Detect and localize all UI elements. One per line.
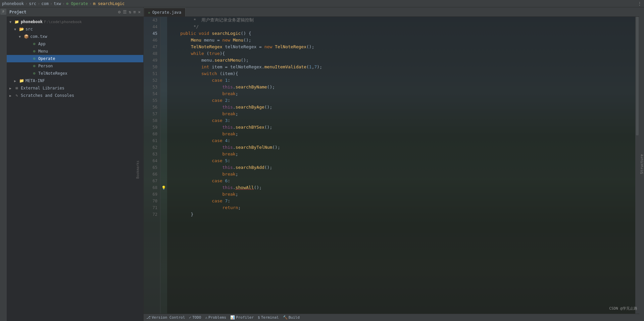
code-line-61: case 4:	[167, 137, 635, 144]
code-line-72: }	[167, 211, 635, 218]
arrow-phonebook: ▼	[9, 20, 14, 24]
breadcrumb-txw[interactable]: txw	[54, 1, 61, 6]
panel-toolbar: ⚙ ☰ ⇅ ≡ ✕	[118, 9, 141, 14]
gutter-46	[160, 37, 167, 44]
code-line-65: this.searchByAdd();	[167, 164, 635, 171]
breadcrumb-com[interactable]: com	[41, 1, 49, 6]
ln-71: 71	[144, 204, 160, 211]
settings-icon[interactable]: ⚙	[118, 9, 121, 14]
gutter-71	[160, 204, 167, 211]
vertical-tabs: P	[0, 7, 7, 321]
scroll-thumb	[636, 17, 639, 135]
list-icon[interactable]: ☰	[123, 9, 127, 14]
code-line-58: case 3:	[167, 117, 635, 124]
ln-58: 58	[144, 117, 160, 124]
project-panel: Project ⚙ ☰ ⇅ ≡ ✕ ▼ 📁 phonebook F:\code\…	[7, 7, 144, 321]
tree-item-com-txw[interactable]: ▼ 📦 com.txw	[7, 33, 143, 40]
code-line-60: break;	[167, 131, 635, 137]
tree-item-App[interactable]: ⊙ App	[7, 40, 143, 48]
breadcrumb-phonebook[interactable]: phonebook	[2, 1, 24, 6]
tree-item-phonebook[interactable]: ▼ 📁 phonebook F:\code\phonebook	[7, 18, 143, 25]
code-line-44: */	[167, 23, 635, 30]
gutter-43	[160, 17, 167, 23]
editor-gutter: 💡	[160, 17, 167, 314]
ln-53: 53	[144, 84, 160, 90]
code-content[interactable]: 43 44 45 46 47 48 49 50 51 52 53 54 55 5…	[144, 17, 639, 314]
breadcrumb-searchlogic[interactable]: m searchLogic	[93, 1, 125, 6]
status-problems[interactable]: ⚠ Problems	[205, 315, 226, 320]
structure-panel[interactable]: Structure	[639, 7, 644, 321]
lib-icon: ⊞	[14, 85, 19, 91]
ln-51: 51	[144, 70, 160, 77]
code-line-45: public void searchLogic() {	[167, 30, 635, 37]
tree-item-Menu[interactable]: ⊙ Menu	[7, 48, 143, 55]
ln-49: 49	[144, 57, 160, 64]
tab-label: Operate.java	[152, 10, 182, 15]
tree-item-ext-libs[interactable]: ▶ ⊞ External Libraries	[7, 84, 143, 92]
java-file-icon: ☕	[148, 10, 150, 14]
folder-icon-phonebook: 📁	[14, 19, 19, 24]
tree-item-META-INF[interactable]: ▶ 📁 META-INF	[7, 77, 143, 84]
gutter-50	[160, 64, 167, 70]
gutter-58	[160, 117, 167, 124]
vertical-tab-project[interactable]: P	[0, 9, 6, 15]
ln-70: 70	[144, 198, 160, 204]
ln-46: 46	[144, 37, 160, 44]
ln-61: 61	[144, 137, 160, 144]
class-icon-menu: ⊙	[32, 49, 37, 54]
todo-icon: ✓	[189, 315, 191, 320]
gutter-68-bulb[interactable]: 💡	[160, 184, 167, 191]
ln-56: 56	[144, 104, 160, 111]
close-icon[interactable]: ✕	[138, 9, 141, 14]
gutter-56	[160, 104, 167, 111]
csdn-watermark: CSDN @学无止路	[609, 306, 637, 311]
arrow-meta-inf: ▶	[14, 79, 19, 83]
ln-55: 55	[144, 97, 160, 104]
status-profiler[interactable]: 📊 Profiler	[230, 315, 254, 320]
gutter-72	[160, 211, 167, 218]
code-line-56: this.searchByAge();	[167, 104, 635, 111]
code-line-68: this.showAll();	[167, 184, 635, 191]
tree-item-Operate[interactable]: ⊙ Operate	[7, 55, 143, 62]
gutter-67	[160, 178, 167, 184]
gutter-69	[160, 191, 167, 198]
sort-icon[interactable]: ⇅	[129, 9, 132, 14]
code-line-49: menu.searchMenu();	[167, 57, 635, 64]
code-line-46: Menu menu = new Menu();	[167, 37, 635, 44]
code-text-area[interactable]: * 用户查询记录业务逻辑控制 */ public void searchLogi…	[167, 17, 635, 314]
status-bar: ⎇ Version Control ✓ TODO ⚠ Problems 📊 Pr…	[144, 314, 639, 321]
status-terminal[interactable]: $ Terminal	[258, 315, 279, 320]
status-version-control[interactable]: ⎇ Version Control	[146, 315, 185, 320]
top-bar-right: ⋮	[637, 1, 642, 6]
topbar-menu-icon[interactable]: ⋮	[637, 1, 642, 6]
gutter-61	[160, 137, 167, 144]
config-icon[interactable]: ≡	[133, 9, 136, 14]
gutter-52	[160, 77, 167, 84]
status-build[interactable]: 🔨 Build	[283, 315, 300, 320]
terminal-icon: $	[258, 315, 260, 320]
line-numbers: 43 44 45 46 47 48 49 50 51 52 53 54 55 5…	[144, 17, 160, 314]
gutter-53	[160, 84, 167, 90]
scroll-strip[interactable]	[635, 17, 639, 314]
ln-62: 62	[144, 144, 160, 151]
bookmarks-side-label[interactable]: Bookmarks	[136, 160, 140, 179]
tree-item-Person[interactable]: ⊙ Person	[7, 62, 143, 70]
breadcrumb-operate[interactable]: ⊙ Operate	[66, 1, 88, 6]
ln-50: 50	[144, 64, 160, 70]
folder-icon-src: 📂	[19, 26, 24, 32]
ln-65: 65	[144, 164, 160, 171]
class-icon-app: ⊙	[32, 41, 37, 47]
code-line-63: break;	[167, 151, 635, 157]
arrow-ext-libs: ▶	[9, 86, 14, 90]
ln-43: 43	[144, 17, 160, 23]
tree-item-src[interactable]: ▼ 📂 src	[7, 25, 143, 33]
breadcrumb-src[interactable]: src	[29, 1, 36, 6]
code-line-53: this.searchByName();	[167, 84, 635, 90]
tab-operate-java[interactable]: ☕ Operate.java	[144, 8, 186, 16]
code-line-59: this.searchBYSex();	[167, 124, 635, 131]
tree-item-TelNoteRegex[interactable]: ⊙ TelNoteRegex	[7, 70, 143, 77]
tree-item-scratches[interactable]: ▶ ✎ Scratches and Consoles	[7, 92, 143, 99]
status-todo[interactable]: ✓ TODO	[189, 315, 201, 320]
code-line-66: break;	[167, 171, 635, 178]
tab-bar: ☕ Operate.java	[144, 7, 639, 17]
